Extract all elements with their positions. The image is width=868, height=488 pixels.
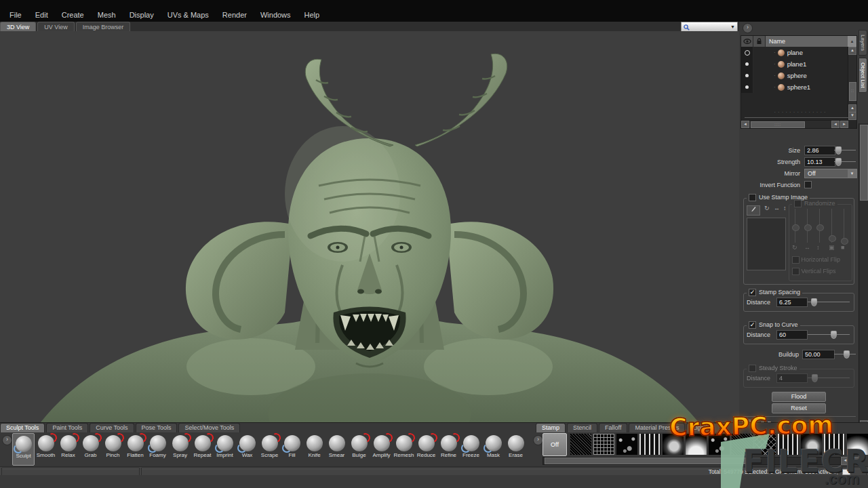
flood-button[interactable]: Flood bbox=[772, 392, 826, 402]
object-row-plane1[interactable]: ·plane1 bbox=[741, 58, 856, 70]
panel-expand-button[interactable]: › bbox=[743, 23, 753, 33]
3d-viewport[interactable] bbox=[0, 31, 740, 422]
stamp-thumbnail-box[interactable] bbox=[747, 218, 786, 270]
camera-bookmark-dropdown[interactable]: ▼ bbox=[681, 22, 738, 32]
stamp-thumbnail-4-stripes[interactable] bbox=[639, 433, 661, 455]
slider-thumb[interactable] bbox=[804, 224, 812, 231]
invert-function-checkbox[interactable] bbox=[804, 181, 812, 188]
horizontal-flip-checkbox[interactable] bbox=[792, 256, 800, 264]
move-v-icon[interactable]: ↕ bbox=[783, 205, 787, 211]
tray-expand-button[interactable]: › bbox=[2, 435, 12, 445]
randomize-slider-5[interactable] bbox=[841, 209, 848, 243]
stamp-expand-button[interactable]: › bbox=[533, 435, 543, 445]
buildup-input[interactable]: 50.00 bbox=[802, 350, 835, 359]
size-input[interactable]: 2.86 bbox=[804, 146, 835, 155]
tool-scrape[interactable]: Scrape bbox=[258, 433, 281, 466]
tool-imprint[interactable]: Imprint bbox=[214, 433, 236, 466]
tool-erase[interactable]: Erase bbox=[505, 433, 527, 466]
visibility-column-button[interactable] bbox=[741, 36, 753, 47]
tool-repeat[interactable]: Repeat bbox=[191, 433, 214, 466]
size-slider[interactable] bbox=[834, 146, 856, 154]
stamp-picker-button[interactable] bbox=[747, 205, 760, 216]
randomize-checkbox[interactable] bbox=[794, 200, 802, 207]
tool-refine[interactable]: Refine bbox=[437, 433, 460, 466]
tray-tab-select-move-tools[interactable]: Select/Move Tools bbox=[178, 423, 240, 432]
move-h-icon[interactable]: ↔ bbox=[774, 205, 780, 211]
tool-sculpt[interactable]: Sculpt bbox=[12, 433, 35, 466]
tool-amplify[interactable]: Amplify bbox=[370, 433, 393, 466]
flip-h-icon[interactable]: ↔ bbox=[804, 244, 810, 251]
tray-tab-sculpt-tools[interactable]: Sculpt Tools bbox=[0, 423, 45, 432]
mirror-dropdown[interactable]: Off ▼ bbox=[804, 169, 857, 178]
menu-edit[interactable]: Edit bbox=[28, 9, 55, 22]
menu-windows[interactable]: Windows bbox=[254, 9, 298, 22]
stamp-tab-stamp[interactable]: Stamp bbox=[536, 423, 566, 432]
tool-spray[interactable]: Spray bbox=[169, 433, 191, 466]
tool-smear[interactable]: Smear bbox=[326, 433, 348, 466]
slider-thumb[interactable] bbox=[792, 224, 800, 231]
randomize-slider-4[interactable] bbox=[829, 209, 835, 243]
side-tab-layers[interactable]: Layers bbox=[859, 30, 867, 56]
randomize-slider-1[interactable] bbox=[792, 209, 799, 243]
object-row-sphere[interactable]: ·sphere bbox=[741, 70, 856, 81]
object-row-plane[interactable]: ·plane bbox=[741, 47, 856, 58]
steady-distance-input[interactable]: 4 bbox=[776, 373, 808, 383]
tool-relax[interactable]: Relax bbox=[57, 433, 79, 466]
slider-thumb[interactable] bbox=[816, 224, 824, 231]
stamp-thumbnail-3-scatter[interactable] bbox=[616, 433, 638, 455]
object-row-sphere1[interactable]: ·sphere1 bbox=[741, 81, 856, 93]
scroll-up-button[interactable]: ▲ bbox=[848, 47, 856, 55]
rotate-icon[interactable]: ↻ bbox=[764, 205, 770, 211]
menu-uvs-maps[interactable]: UVs & Maps bbox=[161, 9, 216, 22]
stamp-off-button[interactable]: Off bbox=[542, 433, 567, 456]
tool-flatten[interactable]: Flatten bbox=[124, 433, 146, 466]
tab-3d-view[interactable]: 3D View bbox=[0, 22, 36, 32]
lock-column-button[interactable] bbox=[753, 36, 766, 47]
menu-render[interactable]: Render bbox=[216, 9, 254, 22]
tool-reduce[interactable]: Reduce bbox=[415, 433, 437, 466]
image-icon[interactable]: ▣ bbox=[829, 244, 835, 251]
tab-uv-view[interactable]: UV View bbox=[37, 22, 74, 32]
stamp-spacing-checkbox[interactable]: ✓ bbox=[749, 289, 756, 296]
square-icon[interactable]: ■ bbox=[841, 244, 844, 251]
visibility-toggle[interactable] bbox=[741, 70, 753, 81]
stamp-tab-stencil[interactable]: Stencil bbox=[567, 423, 597, 432]
slider-thumb[interactable] bbox=[829, 235, 836, 242]
snap-distance-input[interactable]: 60 bbox=[776, 330, 808, 340]
stamp-tab-falloff[interactable]: Falloff bbox=[599, 423, 627, 432]
tool-wax[interactable]: Wax bbox=[236, 433, 258, 466]
snap-to-curve-checkbox[interactable]: ✓ bbox=[749, 321, 756, 329]
visibility-toggle[interactable] bbox=[741, 81, 753, 93]
steady-stroke-checkbox[interactable] bbox=[749, 365, 756, 372]
steady-distance-slider[interactable] bbox=[808, 373, 850, 382]
properties-scrollbar[interactable]: ▲ ▼ bbox=[859, 123, 868, 422]
vertical-flip-checkbox[interactable] bbox=[792, 268, 800, 275]
slider-thumb[interactable] bbox=[841, 238, 848, 245]
tray-tab-curve-tools[interactable]: Curve Tools bbox=[90, 423, 134, 432]
stamp-spacing-input[interactable]: 6.25 bbox=[776, 298, 808, 307]
tool-remesh[interactable]: Remesh bbox=[393, 433, 415, 466]
tool-bulge[interactable]: Bulge bbox=[348, 433, 370, 466]
buildup-slider[interactable] bbox=[834, 350, 856, 358]
tool-pinch[interactable]: Pinch bbox=[102, 433, 124, 466]
tool-mask[interactable]: Mask bbox=[482, 433, 505, 466]
tool-knife[interactable]: Knife bbox=[303, 433, 326, 466]
use-stamp-image-checkbox[interactable] bbox=[749, 194, 756, 201]
visibility-toggle[interactable] bbox=[741, 47, 753, 58]
name-column-header[interactable]: Name bbox=[766, 36, 848, 47]
rotate-icon[interactable]: ↻ bbox=[792, 244, 797, 251]
tool-freeze[interactable]: Freeze bbox=[460, 433, 482, 466]
tool-grab[interactable]: Grab bbox=[79, 433, 102, 466]
menu-create[interactable]: Create bbox=[55, 9, 91, 22]
menu-file[interactable]: File bbox=[3, 9, 28, 22]
stamp-spacing-slider[interactable] bbox=[808, 298, 850, 306]
properties-scrollbar-thumb[interactable] bbox=[860, 125, 868, 201]
panel-grip[interactable]: · · · · · · · · · · · · · · bbox=[760, 110, 841, 114]
snap-distance-slider[interactable] bbox=[808, 330, 850, 338]
tab-image-browser[interactable]: Image Browser bbox=[76, 22, 131, 32]
strength-slider[interactable] bbox=[834, 157, 856, 165]
object-list-vertical-scrollbar[interactable]: ▲ ∷ ▲ ▼ bbox=[848, 47, 856, 120]
menu-mesh[interactable]: Mesh bbox=[91, 9, 123, 22]
stamp-thumbnail-2-grid[interactable] bbox=[593, 433, 615, 455]
randomize-slider-2[interactable] bbox=[804, 209, 811, 243]
